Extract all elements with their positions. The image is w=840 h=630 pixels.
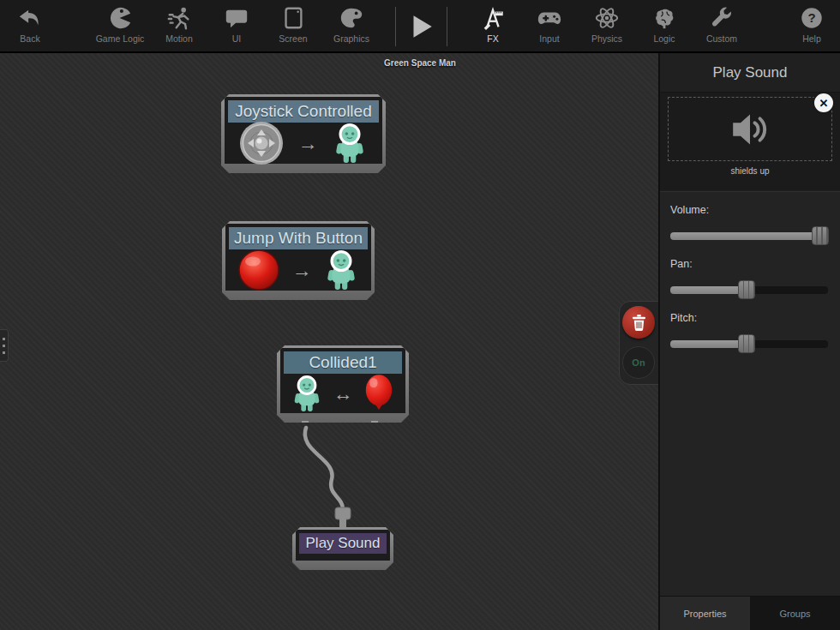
help-label: Help	[782, 33, 840, 44]
behavior-block-jump-with-button[interactable]: Jump With Button →	[222, 221, 375, 300]
block-face: Jump With Button →	[225, 224, 371, 291]
volume-slider-thumb[interactable]	[812, 226, 829, 245]
input-icon	[519, 3, 579, 33]
pan-slider[interactable]	[670, 280, 830, 299]
sound-picker-section: ✕ shields up	[660, 93, 840, 190]
motion-icon	[149, 3, 209, 33]
volume-label: Volume:	[670, 204, 830, 216]
alien-character-icon	[323, 249, 359, 291]
help-button[interactable]: ? Help	[782, 3, 840, 51]
behavior-block-play-sound[interactable]: Play Sound	[292, 527, 393, 570]
remove-sound-button[interactable]: ✕	[813, 92, 835, 114]
left-drawer-grip[interactable]	[0, 329, 9, 362]
red-button-icon	[237, 249, 280, 291]
tab-screen[interactable]: Screen	[263, 3, 323, 51]
tab-properties[interactable]: Properties	[660, 597, 750, 630]
graphics-label: Graphics	[321, 33, 381, 44]
tab-groups[interactable]: Groups	[750, 597, 840, 630]
alien-character-icon	[332, 123, 368, 164]
block-content: →	[225, 249, 371, 291]
alien-character-icon	[291, 375, 323, 412]
tab-graphics[interactable]: Graphics	[321, 3, 381, 51]
motion-label: Motion	[149, 33, 209, 44]
fx-label: FX	[463, 33, 523, 44]
custom-icon	[692, 3, 752, 33]
block-title: Jump With Button	[229, 227, 368, 249]
logic-icon	[634, 3, 694, 33]
slider-fill	[670, 286, 747, 294]
tab-game-logic[interactable]: Game Logic	[90, 3, 150, 51]
pitch-label: Pitch:	[670, 312, 830, 324]
volume-control: Volume:	[670, 204, 830, 245]
block-title: Joystick Controlled	[228, 100, 379, 123]
speaker-icon	[728, 111, 772, 148]
pan-slider-thumb[interactable]	[738, 280, 755, 299]
pitch-control: Pitch:	[670, 312, 830, 353]
block-content: ↔	[280, 374, 405, 413]
sound-asset-well[interactable]	[668, 97, 832, 161]
block-content: →	[225, 123, 382, 164]
app-window: Back Game Logic	[0, 0, 840, 630]
physics-label: Physics	[577, 33, 637, 44]
screen-icon	[263, 3, 323, 33]
play-icon	[406, 12, 435, 41]
panel-title: Play Sound	[713, 64, 788, 81]
pan-control: Pan:	[670, 258, 830, 299]
on-toggle-label: On	[632, 357, 645, 368]
block-face: Joystick Controlled →	[225, 97, 382, 164]
pan-label: Pan:	[670, 258, 830, 270]
toolbar-divider-left	[395, 7, 396, 46]
pitch-slider-thumb[interactable]	[738, 334, 755, 353]
sound-asset-name: shields up	[668, 166, 832, 176]
slider-fill	[670, 340, 747, 348]
help-icon: ?	[782, 3, 840, 33]
arrow-both-icon: ↔	[333, 384, 353, 404]
tab-fx[interactable]: FX	[463, 3, 523, 51]
scene-object-label: Green Space Man	[360, 58, 480, 68]
ui-icon	[207, 3, 267, 33]
screen-label: Screen	[263, 33, 323, 44]
play-button[interactable]	[399, 7, 443, 46]
volume-slider[interactable]	[670, 226, 830, 245]
back-icon	[0, 3, 60, 33]
physics-icon	[577, 3, 637, 33]
back-button[interactable]: Back	[0, 3, 60, 51]
behavior-category-toolbar: Back Game Logic	[0, 0, 840, 53]
arrow-right-icon: →	[292, 261, 312, 280]
logic-label: Logic	[634, 33, 694, 44]
trash-icon	[632, 315, 646, 331]
tab-logic[interactable]: Logic	[634, 3, 694, 51]
behavior-on-toggle[interactable]: On	[622, 346, 655, 379]
fx-icon	[463, 3, 523, 33]
game-logic-label: Game Logic	[90, 33, 150, 44]
block-face: Collided1 ↔	[280, 348, 405, 413]
ui-label: UI	[207, 33, 267, 44]
close-icon: ✕	[819, 98, 829, 109]
arrow-right-icon: →	[298, 134, 318, 153]
properties-panel: Play Sound ✕ shields up Volume:	[658, 53, 840, 630]
panel-tab-bar: Properties Groups	[660, 596, 840, 630]
behavior-block-collided1[interactable]: Collided1 ↔	[277, 345, 409, 423]
block-face: Play Sound	[296, 530, 390, 561]
slider-controls-section: Volume: Pan: Pitch:	[660, 191, 840, 596]
joystick-icon	[239, 121, 284, 165]
tab-input[interactable]: Input	[519, 3, 579, 51]
pitch-slider[interactable]	[670, 334, 830, 353]
graphics-icon	[321, 3, 381, 33]
toolbar-divider-right	[447, 7, 447, 46]
back-label: Back	[0, 33, 60, 44]
svg-text:?: ?	[807, 10, 815, 25]
game-logic-icon	[90, 3, 150, 33]
custom-label: Custom	[692, 33, 752, 44]
delete-behavior-button[interactable]	[622, 306, 655, 339]
tab-motion[interactable]: Motion	[149, 3, 209, 51]
tab-ui[interactable]: UI	[207, 3, 267, 51]
panel-header: Play Sound	[660, 53, 840, 93]
block-title: Play Sound	[299, 533, 387, 554]
input-label: Input	[519, 33, 579, 44]
slider-fill	[670, 232, 820, 240]
tab-custom[interactable]: Custom	[692, 3, 752, 51]
behavior-block-joystick-controlled[interactable]: Joystick Controlled →	[221, 94, 386, 173]
tab-physics[interactable]: Physics	[577, 3, 637, 51]
balloon-icon	[363, 373, 395, 414]
